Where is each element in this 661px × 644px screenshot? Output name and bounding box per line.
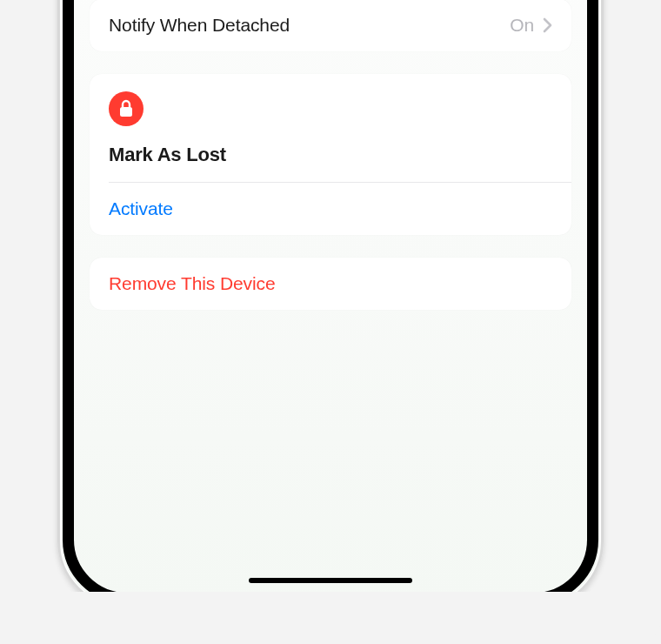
svg-rect-0 xyxy=(120,107,132,117)
notify-label: Notify When Detached xyxy=(109,15,510,36)
remove-device-button[interactable]: Remove This Device xyxy=(90,258,571,310)
mark-as-lost-card: Mark As Lost Activate xyxy=(90,74,571,235)
notify-value: On xyxy=(510,15,534,36)
home-indicator[interactable] xyxy=(249,578,412,583)
activate-button[interactable]: Activate xyxy=(90,183,571,235)
notify-when-detached-row[interactable]: Notify When Detached On xyxy=(90,0,571,51)
settings-content: Notify When Detached On xyxy=(74,0,587,332)
phone-frame: Notify When Detached On xyxy=(57,0,604,609)
page-background-cut xyxy=(0,592,661,644)
notify-card: Notify When Detached On xyxy=(90,0,571,51)
lock-icon xyxy=(109,91,144,126)
mark-as-lost-title: Mark As Lost xyxy=(109,144,552,168)
remove-device-card: Remove This Device xyxy=(90,258,571,310)
lost-header: Mark As Lost xyxy=(90,74,571,182)
screen: Notify When Detached On xyxy=(74,0,587,593)
chevron-right-icon xyxy=(543,17,552,33)
